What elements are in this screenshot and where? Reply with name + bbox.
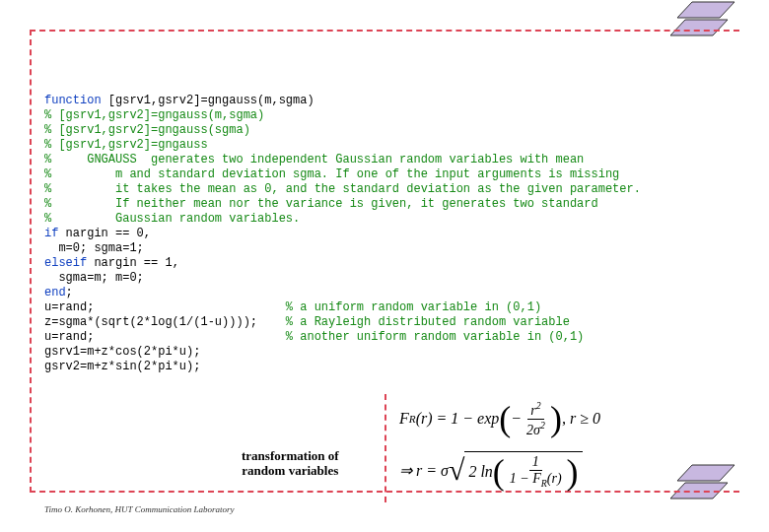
keyword-function: function [44,94,102,107]
svg-marker-0 [677,2,734,18]
math-equations: FR(r) = 1 − exp (−r22σ2) , r ≥ 0 ⇒ r = σ… [399,399,600,501]
decoration-bottom [670,463,739,512]
transformation-caption: transformation of random variables [242,448,339,478]
keyword-if: if [44,227,58,240]
vertical-divider [384,394,386,502]
code-listing: function [gsrv1,gsrv2]=gngauss(m,sgma) %… [44,94,641,374]
decoration-top [670,0,739,49]
equation-inverse: ⇒ r = σ √2 ln(11 − FR(r)) [399,450,600,490]
keyword-elseif: elseif [44,256,87,270]
keyword-end: end [44,286,66,299]
svg-marker-3 [670,483,728,499]
footer-credit: Timo O. Korhonen, HUT Communication Labo… [44,504,234,514]
svg-marker-1 [670,20,728,35]
equation-cdf: FR(r) = 1 − exp (−r22σ2) , r ≥ 0 [399,399,600,438]
svg-marker-2 [677,465,734,481]
